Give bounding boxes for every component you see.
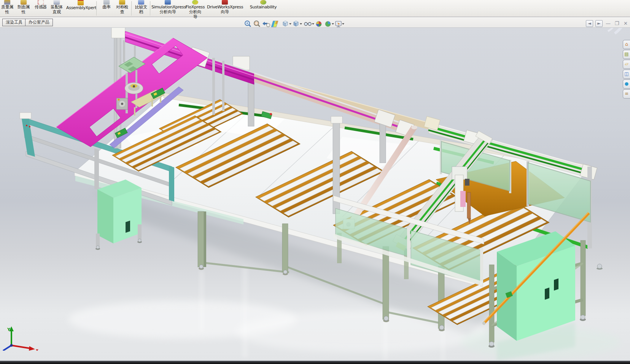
window-controls: ◄ ► — ❐ ✕ [586,20,629,27]
floxpress-icon [192,0,198,5]
taskbar-edge [0,361,630,364]
assembly-visualization-button[interactable]: 装配体直观 [48,0,65,17]
design-library-tab[interactable]: ▤ [623,50,630,59]
toolbar-label: FloXpress [185,5,205,10]
compare-documents-icon [138,0,144,5]
chevron-down-icon [300,23,302,25]
tab-render-tools[interactable]: 渲染工具 [2,19,26,26]
hide-show-items-button[interactable] [304,22,314,25]
x-axis-arrow [29,346,35,351]
collapse-left-button[interactable]: ◄ [586,20,593,27]
assembly-visualization-icon [54,0,60,5]
toolbar-label: DriveWorksXpress [207,5,243,10]
right-cabinet [497,231,575,341]
document-icon: ≡ [625,91,628,96]
floxpress-button[interactable]: FloXpress分析向导 [185,0,205,17]
folder-icon: ▱ [625,61,628,67]
library-icon: ▤ [624,51,628,57]
curvature-icon [103,0,110,5]
zoom-to-area-button[interactable] [254,21,260,27]
toolbar-label: AssemblyXpert [66,5,95,10]
toolbar-label: 分析向 [185,10,205,14]
view-palette-tab[interactable]: ◫ [623,70,630,79]
custom-properties-tab[interactable]: ≡ [623,89,630,99]
driveworksxpress-button[interactable]: DriveWorksXpress向导 [207,0,243,17]
toolbar-label: 分析向导 [151,10,184,14]
apply-scene-button[interactable] [325,21,334,27]
solidworks-window: 质量属性 剖面属性 传感器 装配体直观 AssemblyXpert 曲率 对称检… [0,0,630,364]
assembly-xpert-icon [78,0,84,5]
toolbar-label: 对称检 [114,5,130,10]
toolbar-label: 向导 [207,10,243,14]
assembly-xpert-button[interactable]: AssemblyXpert [66,0,95,17]
simulationxpress-icon [165,0,171,5]
chevron-down-icon [312,23,314,25]
view-palette-icon: ◫ [624,71,628,76]
section-properties-button[interactable]: 剖面属性 [16,0,31,17]
display-style-button[interactable] [294,21,302,26]
file-explorer-tab[interactable]: ▱ [623,60,630,69]
copper-tool [467,192,471,218]
chevron-down-icon [332,23,334,25]
machine-3d-model[interactable] [0,27,630,361]
symmetry-check-button[interactable]: 对称检查 [114,0,130,17]
task-pane-tabs: ⌂ ▤ ▱ ◫ ● ≡ [623,40,630,99]
solidworks-resources-tab[interactable]: ⌂ [623,40,630,49]
previous-view-button[interactable] [262,22,270,27]
toolbar-label: 质量属 [0,5,14,10]
cabinet-slot [554,278,558,291]
edit-appearance-button[interactable] [316,21,321,27]
toolbar-label: 导 [185,14,205,19]
toolbar-label: 比较文 [133,5,149,10]
chevron-down-icon [289,23,291,25]
cabinet-slot [126,221,130,233]
toolbar-label: 传感器 [33,5,49,10]
view-settings-button[interactable] [336,21,344,27]
x-axis-label: x [36,348,38,351]
section-properties-icon [21,0,27,5]
home-icon: ⌂ [625,41,628,47]
sustainability-icon [260,0,266,5]
toolbar-label: 性 [0,10,14,14]
toolbar-label: 曲率 [100,5,113,10]
mass-properties-icon [4,0,10,5]
main-toolbar: 质量属性 剖面属性 传感器 装配体直观 AssemblyXpert 曲率 对称检… [0,0,630,17]
toolbar-separator [96,1,97,16]
compare-documents-button[interactable]: 比较文档 [133,0,149,17]
y-axis-label: Y [7,327,11,332]
tab-office-products[interactable]: 办公室产品 [25,19,53,26]
driveworksxpress-icon [222,0,228,5]
toolbar-label: SimulationXpress [151,5,184,10]
left-cabinet [95,180,142,250]
toolbar-label: 档 [133,10,149,14]
section-view-button[interactable] [271,21,278,27]
sensors-button[interactable]: 传感器 [33,0,49,17]
headsup-view-toolbar [243,19,345,29]
toolbar-label: 查 [114,10,130,14]
toolbar-separator [131,1,132,16]
appearances-scenes-tab[interactable]: ● [623,79,630,89]
sphere-icon: ● [625,81,628,86]
symmetry-check-icon [119,0,125,5]
minimize-button[interactable]: — [605,21,611,27]
collapse-right-button[interactable]: ► [595,20,603,27]
toolbar-label: 剖面属 [16,5,31,10]
z-axis-arrow [3,345,11,351]
cabinet-slot [545,288,549,300]
close-button[interactable]: ✕ [622,21,629,27]
orientation-triad: Y x [0,323,42,351]
toolbar-label: 装配体 [48,5,65,10]
toolbar-label: Sustainability [249,5,278,10]
toolbar-label: 直观 [48,10,65,14]
sustainability-button[interactable]: Sustainability [249,0,278,17]
restore-button[interactable]: ❐ [614,21,620,27]
chevron-down-icon [342,23,344,25]
simulationxpress-button[interactable]: SimulationXpress分析向导 [151,0,184,17]
view-orientation-button[interactable] [283,21,291,26]
sensor-gauge-icon [38,0,44,5]
curvature-button[interactable]: 曲率 [100,0,113,17]
toolbar-label: 性 [16,10,31,14]
zoom-to-fit-button[interactable] [245,21,251,27]
mass-properties-button[interactable]: 质量属性 [0,0,14,17]
toolbar-separator [150,1,151,16]
